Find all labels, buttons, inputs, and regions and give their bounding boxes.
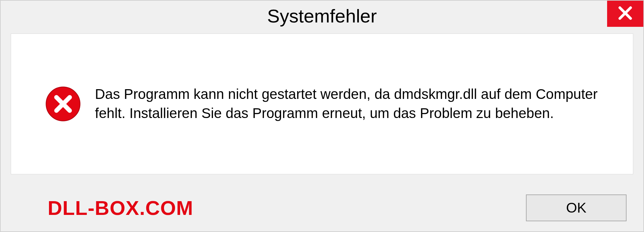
content-area: Das Programm kann nicht gestartet werden… [11,34,633,174]
error-icon [45,85,82,122]
dialog-footer: DLL-BOX.COM OK [1,184,643,231]
titlebar: Systemfehler [1,1,643,31]
dialog-title: Systemfehler [267,5,377,27]
close-icon [617,5,633,22]
error-dialog: Systemfehler Das Programm kann nicht ges… [0,0,644,232]
close-button[interactable] [607,1,643,27]
ok-button[interactable]: OK [526,194,627,221]
watermark-text: DLL-BOX.COM [48,196,193,220]
error-message: Das Programm kann nicht gestartet werden… [95,85,626,123]
